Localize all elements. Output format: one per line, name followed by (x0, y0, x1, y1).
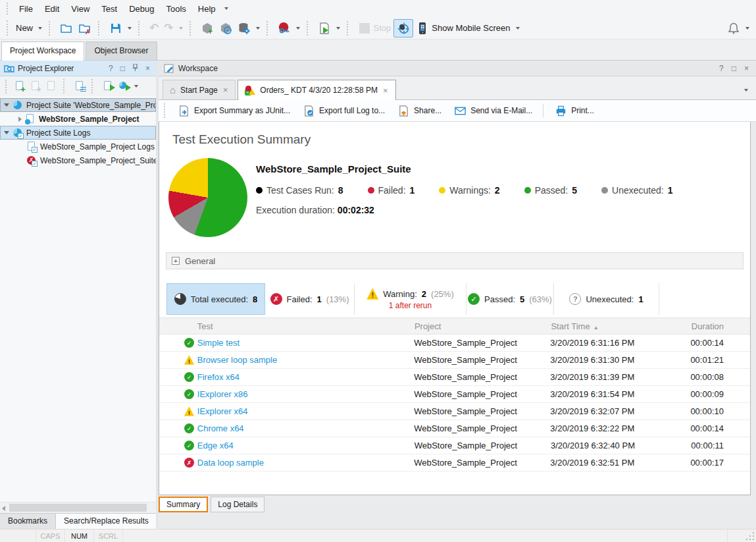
save-button[interactable] (107, 20, 134, 37)
project-cell: WebStore_Sample_Project (414, 406, 550, 416)
horizontal-scrollbar[interactable] (0, 502, 156, 513)
folder-search-icon (4, 63, 14, 74)
legend-value: 5 (572, 185, 577, 196)
column-test[interactable]: Test (197, 321, 415, 331)
test-link[interactable]: Simple test (197, 338, 239, 348)
organize-items-button[interactable] (72, 79, 88, 94)
filter-failed[interactable]: Failed: 1 (13%) (265, 283, 355, 315)
expand-icon[interactable]: + (172, 257, 180, 265)
tree-item-suite-log-failed[interactable]: ✓ WebStore_Sample_Project_Suite 3/2 (0, 153, 156, 167)
test-link[interactable]: Edge x64 (197, 441, 234, 450)
tab-bookmarks[interactable]: Bookmarks (0, 514, 56, 529)
expander-open-icon[interactable] (4, 131, 9, 134)
new-item-button[interactable]: + (28, 79, 43, 94)
expander-open-icon[interactable] (4, 103, 9, 107)
filter-passed[interactable]: Passed: 5 (63%) (466, 283, 554, 315)
help-button[interactable]: ? (717, 65, 726, 72)
project-cell: WebStore_Sample_Project (414, 338, 550, 348)
menu-help[interactable]: Help (192, 1, 222, 16)
svg-text:+: + (208, 27, 213, 35)
open-file-button[interactable] (57, 20, 76, 37)
visual-debugger-button[interactable] (393, 19, 413, 38)
share-button[interactable]: Share... (391, 101, 447, 120)
close-button[interactable]: × (742, 65, 751, 72)
maximize-button[interactable]: □ (730, 65, 738, 72)
toolbar-grip[interactable] (7, 3, 9, 14)
toolbar-grip[interactable] (7, 20, 9, 36)
menu-test[interactable]: Test (95, 1, 123, 16)
stop-button[interactable]: Stop (355, 20, 394, 37)
add-new-item-button[interactable]: + (12, 79, 28, 94)
tab-list-dropdown-icon[interactable] (744, 89, 748, 92)
legend-label: Unexecuted: (612, 185, 664, 196)
toolbar-grip[interactable] (164, 103, 166, 118)
close-file-button[interactable]: ✗ (76, 20, 94, 37)
test-link[interactable]: Firefox x64 (197, 372, 239, 382)
run-project-button[interactable] (100, 79, 116, 94)
tab-start-page[interactable]: ⌂ Start Page × (163, 80, 236, 99)
tab-summary[interactable]: Summary (159, 497, 208, 512)
test-link[interactable]: IExplorer x86 (197, 389, 248, 399)
status-right-section (727, 529, 756, 542)
tab-label: Start Page (180, 86, 218, 95)
test-link[interactable]: Data loop sample (197, 458, 264, 468)
menu-view[interactable]: View (65, 1, 95, 16)
export-summary-junit-button[interactable]: Export Summary as JUnit... (172, 101, 295, 120)
send-email-button[interactable]: Send via E-Mail... (448, 101, 538, 120)
add-object-button[interactable]: + (198, 20, 216, 37)
help-button[interactable]: ? (107, 65, 115, 72)
filter-warning[interactable]: Warning: 2 (25%) 1 after rerun (355, 283, 466, 315)
close-tab-icon[interactable]: × (382, 86, 389, 95)
menu-overflow-icon[interactable] (224, 7, 228, 10)
toolbar-grip[interactable] (5, 80, 7, 94)
close-tab-icon[interactable]: × (222, 86, 229, 94)
notifications-button[interactable] (724, 20, 752, 37)
record-button[interactable] (275, 20, 303, 37)
test-link[interactable]: Browser loop sample (197, 355, 277, 365)
menu-edit[interactable]: Edit (39, 1, 65, 16)
tab-project-workspace[interactable]: Project Workspace (1, 41, 84, 61)
open-item-button[interactable] (43, 79, 59, 94)
object-spy-button[interactable] (216, 20, 235, 37)
expander-closed-icon[interactable] (18, 117, 22, 122)
tree-item-project[interactable]: WebStore_Sample_Project (0, 112, 156, 126)
tree-item-project-logs[interactable]: ✓ WebStore_Sample_Project Logs (0, 140, 156, 153)
close-button[interactable]: × (143, 65, 152, 72)
show-mobile-screen-button[interactable]: Show Mobile Screen (413, 20, 522, 37)
table-row: Browser loop sample WebStore_Sample_Proj… (159, 352, 750, 369)
redo-button[interactable]: ↷ (161, 20, 185, 36)
general-section-header[interactable]: + General (166, 252, 743, 269)
filter-total-executed[interactable]: Total executed: 8 (166, 283, 265, 315)
pin-button[interactable] (130, 64, 140, 72)
resize-grip-icon[interactable] (753, 539, 754, 540)
separator (347, 21, 353, 36)
test-link[interactable]: IExplorer x64 (197, 406, 248, 416)
scroll-left-icon[interactable] (2, 506, 5, 511)
column-duration[interactable]: Duration (692, 321, 750, 331)
close-folder-icon: ✗ (78, 22, 91, 35)
tab-object-browser[interactable]: Object Browser (86, 41, 157, 60)
run-project-suite-button[interactable] (116, 79, 141, 94)
run-test-button[interactable] (315, 20, 343, 37)
legend-dot (368, 187, 374, 194)
tab-log-orders-kdt[interactable]: ✓ Orders_ KDT 4/3/20 12:28:58 PM × (238, 80, 395, 100)
tree-item-project-suite-logs[interactable]: ✓ Project Suite Logs (0, 126, 156, 140)
export-full-log-button[interactable]: Export full Log to... (297, 101, 390, 120)
undo-button[interactable]: ↶ (147, 20, 161, 36)
test-link[interactable]: Chrome x64 (197, 423, 244, 433)
filter-unexecuted[interactable]: Unexecuted: 1 (554, 283, 659, 315)
tab-search-replace-results[interactable]: Search/Replace Results (56, 514, 156, 529)
database-settings-button[interactable] (235, 20, 263, 37)
menu-debug[interactable]: Debug (123, 1, 160, 16)
menu-file[interactable]: File (13, 1, 39, 16)
new-button[interactable]: New (13, 21, 45, 35)
tab-log-details[interactable]: Log Details (211, 497, 265, 512)
menu-tools[interactable]: Tools (160, 1, 191, 16)
action-label: Export full Log to... (319, 106, 385, 115)
column-project[interactable]: Project (415, 321, 551, 331)
print-button[interactable]: Print... (549, 101, 599, 120)
column-start-time[interactable]: Start Time▲ (551, 321, 691, 331)
scrollbar-thumb[interactable] (9, 504, 147, 512)
maximize-button[interactable]: □ (118, 65, 127, 72)
tree-item-project-suite[interactable]: Project Suite 'WebStore_Sample_Project' (0, 98, 156, 112)
